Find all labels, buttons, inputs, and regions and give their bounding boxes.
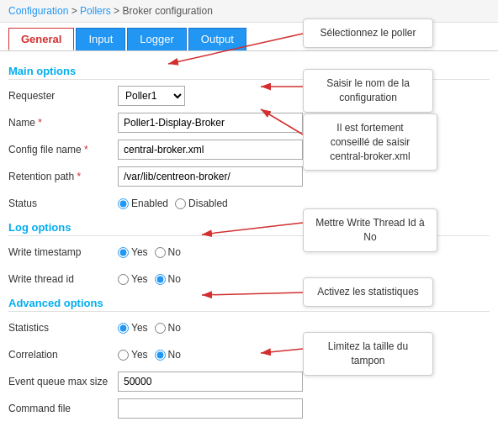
write-timestamp-no-label[interactable]: No	[155, 246, 181, 258]
label-retention-path: Retention path *	[8, 171, 118, 182]
label-name: Name *	[8, 117, 118, 129]
tooltip-central-broker: Il est fortementconseillé de saisircentr…	[303, 113, 437, 171]
write-timestamp-no-radio[interactable]	[155, 247, 166, 258]
tooltip-statistics: Activez les statistiques	[303, 277, 433, 307]
tooltip-select-poller: Sélectionnez le poller	[303, 18, 433, 48]
label-write-thread-id: Write thread id	[8, 273, 118, 285]
status-disabled-radio[interactable]	[175, 198, 186, 209]
tooltip-name-config: Saisir le nom de laconfiguration	[303, 69, 433, 113]
row-command-file: Command file	[8, 398, 490, 419]
statistics-no-radio[interactable]	[155, 323, 166, 334]
write-thread-yes-radio[interactable]	[118, 274, 129, 285]
status-disabled-label[interactable]: Disabled	[175, 198, 228, 209]
label-statistics: Statistics	[8, 322, 118, 334]
breadcrumb-configuration[interactable]: Configuration	[8, 5, 68, 17]
correlation-yes-label[interactable]: Yes	[118, 349, 148, 361]
label-write-timestamp: Write timestamp	[8, 246, 118, 258]
tab-output[interactable]: Output	[188, 28, 246, 50]
correlation-yes-radio[interactable]	[118, 350, 129, 361]
write-thread-no-radio[interactable]	[155, 274, 166, 285]
tooltip-write-thread: Mettre Write Thread Id àNo	[303, 208, 437, 252]
label-correlation: Correlation	[8, 349, 118, 361]
requester-select[interactable]: Poller1	[118, 86, 185, 106]
write-timestamp-yes-radio[interactable]	[118, 247, 129, 258]
label-requester: Requester	[8, 90, 118, 102]
label-command-file: Command file	[8, 403, 118, 414]
breadcrumb-current: Broker configuration	[122, 5, 212, 17]
command-file-input[interactable]	[118, 398, 303, 419]
write-timestamp-yes-label[interactable]: Yes	[118, 246, 148, 258]
statistics-yes-label[interactable]: Yes	[118, 322, 148, 334]
value-status: Enabled Disabled	[118, 198, 490, 209]
correlation-no-radio[interactable]	[155, 350, 166, 361]
label-status: Status	[8, 198, 118, 209]
write-thread-yes-label[interactable]: Yes	[118, 273, 148, 285]
retention-path-input[interactable]	[118, 166, 303, 187]
value-command-file	[118, 398, 490, 419]
tab-general[interactable]: General	[8, 28, 74, 50]
breadcrumb-pollers[interactable]: Pollers	[80, 5, 111, 17]
tab-logger[interactable]: Logger	[127, 28, 186, 50]
tab-input[interactable]: Input	[76, 28, 125, 50]
tooltip-event-queue-size: Limitez la taille dutampon	[303, 332, 433, 376]
status-enabled-label[interactable]: Enabled	[118, 198, 168, 209]
status-enabled-radio[interactable]	[118, 198, 129, 209]
correlation-no-label[interactable]: No	[155, 349, 181, 361]
config-file-input[interactable]	[118, 140, 303, 160]
label-event-queue: Event queue max size	[8, 376, 118, 387]
label-config-file: Config file name *	[8, 144, 118, 155]
statistics-yes-radio[interactable]	[118, 323, 129, 334]
write-thread-no-label[interactable]: No	[155, 273, 181, 285]
event-queue-input[interactable]	[118, 372, 303, 392]
name-input[interactable]	[118, 113, 303, 133]
statistics-no-label[interactable]: No	[155, 322, 181, 334]
